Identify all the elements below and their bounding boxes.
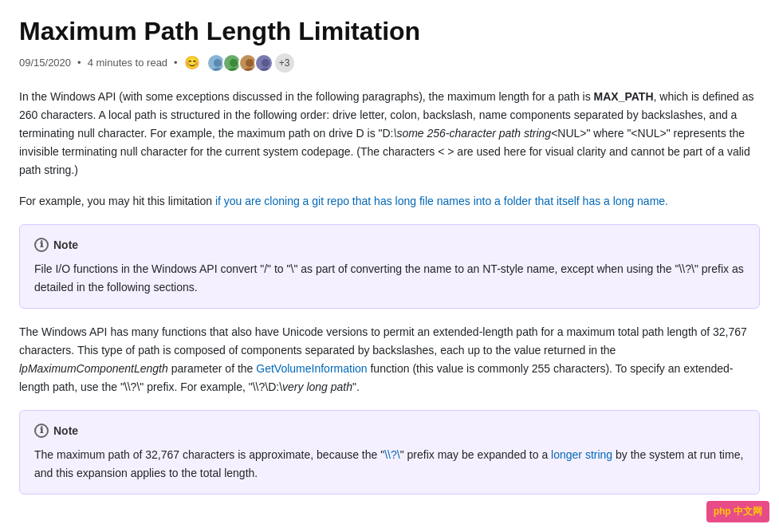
svg-point-6 bbox=[262, 59, 270, 67]
paragraph-1: In the Windows API (with some exceptions… bbox=[19, 88, 760, 179]
svg-point-1 bbox=[211, 68, 224, 73]
php-badge: php 中文网 bbox=[706, 501, 769, 522]
max-path-strong: MAX_PATH bbox=[594, 90, 654, 103]
contributor-avatars: +3 bbox=[207, 53, 294, 73]
limitation-link[interactable]: if you are cloning a git repo that has l… bbox=[215, 195, 668, 207]
note-header-2: ℹ Note bbox=[34, 422, 745, 439]
prefix-link[interactable]: \\?\ bbox=[384, 448, 399, 461]
avatar-4 bbox=[254, 53, 273, 73]
note-icon-2: ℹ bbox=[34, 424, 49, 438]
characters-text: characters bbox=[41, 108, 92, 121]
note-icon-1: ℹ bbox=[34, 238, 49, 252]
meta-read-time: 4 minutes to read bbox=[88, 55, 167, 72]
paragraph-3: The Windows API has many functions that … bbox=[19, 323, 760, 396]
longer-string-link[interactable]: longer string bbox=[551, 448, 612, 461]
svg-point-4 bbox=[246, 59, 254, 67]
svg-point-2 bbox=[230, 59, 238, 67]
paragraph-2: For example, you may hit this limitation… bbox=[19, 192, 760, 211]
svg-point-7 bbox=[259, 68, 272, 73]
get-volume-link[interactable]: GetVolumeInformation bbox=[256, 362, 367, 375]
note-box-2: ℹ Note The maximum path of 32,767 charac… bbox=[19, 410, 760, 495]
php-text: php bbox=[714, 506, 731, 517]
note-header-1: ℹ Note bbox=[34, 236, 745, 254]
meta-row: 09/15/2020 • 4 minutes to read • 😊 +3 bbox=[19, 53, 760, 73]
page-title: Maximum Path Length Limitation bbox=[19, 16, 760, 46]
meta-date: 09/15/2020 bbox=[19, 55, 71, 72]
svg-point-3 bbox=[227, 68, 240, 73]
note-box-1: ℹ Note File I/O functions in the Windows… bbox=[19, 224, 760, 309]
meta-dot: • bbox=[77, 55, 81, 72]
emoji-icon: 😊 bbox=[184, 53, 200, 73]
note-label-2: Note bbox=[53, 422, 78, 439]
svg-point-5 bbox=[243, 68, 256, 73]
note-label-1: Note bbox=[53, 236, 78, 254]
php-cn-text: 中文网 bbox=[734, 506, 762, 517]
long-path-italic: very long path bbox=[282, 380, 352, 393]
note-text-2: The maximum path of 32,767 characters is… bbox=[34, 446, 745, 483]
avatar-count: +3 bbox=[275, 53, 294, 73]
path-italic: \some 256-character path string bbox=[394, 127, 552, 140]
svg-point-0 bbox=[214, 59, 222, 67]
note-text-1: File I/O functions in the Windows API co… bbox=[34, 260, 745, 297]
param-italic: lpMaximumComponentLength bbox=[19, 362, 168, 375]
meta-dot2: • bbox=[174, 55, 178, 72]
